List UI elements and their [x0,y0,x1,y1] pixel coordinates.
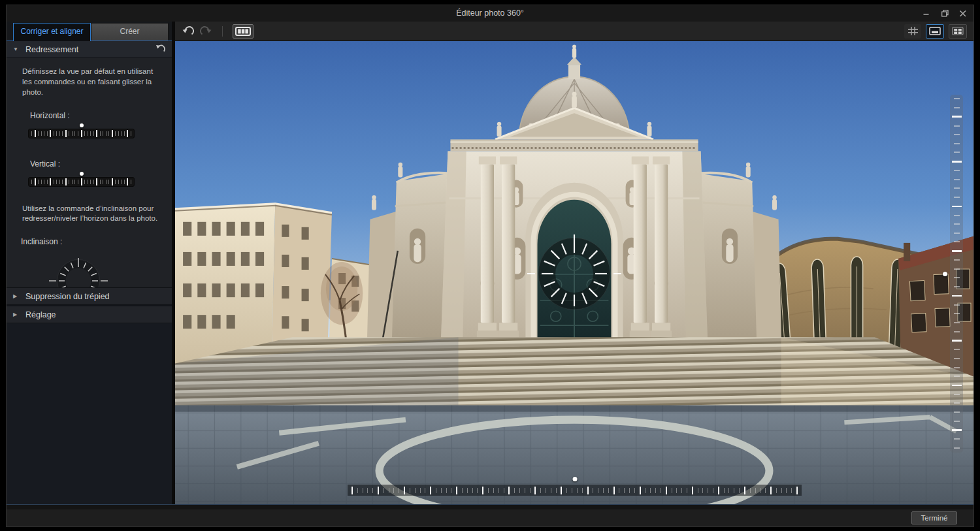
minimize-icon [923,10,930,17]
horizontal-slider-thumb[interactable] [80,123,84,127]
window-controls [923,5,967,22]
sidebar: Corriger et aligner Créer ▼ Redressement… [7,22,175,504]
single-view-icon [929,27,941,35]
restore-icon [941,10,949,17]
tilt-intro-text: Utilisez la commande d’inclinaison pour … [22,204,163,225]
redo-button[interactable] [200,26,212,36]
redo-icon [200,26,212,36]
window-title: Éditeur photo 360° [456,8,524,18]
pitch-indicator-dot[interactable] [943,272,947,276]
done-button[interactable]: Terminé [911,511,957,524]
section-title: Redressement [25,45,78,54]
title-bar: Éditeur photo 360° [7,5,973,22]
section-title: Réglage [25,310,56,319]
pitch-ruler[interactable] [950,95,963,452]
grid-icon [908,27,918,35]
yaw-ruler[interactable] [348,485,802,496]
sidebar-empty-area [7,323,172,504]
chevron-right-icon: ▶ [13,293,20,299]
vertical-slider[interactable] [28,177,135,187]
undo-button[interactable] [182,26,194,36]
section-title: Suppression du trépied [25,292,110,301]
horizontal-slider[interactable] [28,129,135,138]
undo-icon [182,26,194,36]
sidebar-tabs: Corriger et aligner Créer [7,22,172,41]
toolbar-separator [222,26,223,37]
tilt-dial-overlay[interactable] [525,225,623,323]
close-button[interactable] [959,10,967,18]
yaw-indicator-dot[interactable] [572,477,577,481]
filmstrip-view-button[interactable] [233,24,253,39]
multi-view-button[interactable] [949,24,967,39]
section-header-redressement[interactable]: ▼ Redressement [7,41,172,58]
main-area [175,22,973,504]
minimize-button[interactable] [923,10,930,18]
vertical-label: Vertical : [30,159,172,169]
viewer-toolbar [175,22,973,41]
window-body: Corriger et aligner Créer ▼ Redressement… [7,22,973,504]
alignment-grid-button[interactable] [904,24,921,39]
tab-creer[interactable]: Créer [91,23,169,40]
reset-straighten-button[interactable] [155,44,165,55]
panel-redressement: Définissez la vue par défaut en utilisan… [7,58,172,288]
tab-corriger-et-aligner[interactable]: Corriger et aligner [13,23,91,41]
horizontal-label: Horizontal : [30,111,172,120]
chevron-down-icon: ▼ [13,46,20,52]
photo-viewer-360[interactable] [175,41,973,504]
close-icon [960,10,966,17]
filmstrip-icon [235,26,251,37]
vertical-slider-thumb[interactable] [80,172,84,176]
multi-view-icon [952,27,964,35]
section-header-reglage[interactable]: ▶ Réglage [7,306,172,323]
tilt-label: Inclinaison : [21,237,172,246]
section-header-suppression-trepied[interactable]: ▶ Suppression du trépied [7,288,172,305]
straighten-intro-text: Définissez la vue par défaut en utilisan… [22,67,163,98]
single-view-button[interactable] [926,24,944,39]
reset-icon [155,44,165,53]
app-window: Éditeur photo 360° Corriger et aligner C… [6,5,974,527]
restore-button[interactable] [941,10,949,18]
bottom-bar: Terminé [7,504,973,526]
tilt-dial[interactable] [36,249,121,288]
chevron-right-icon: ▶ [13,312,20,317]
